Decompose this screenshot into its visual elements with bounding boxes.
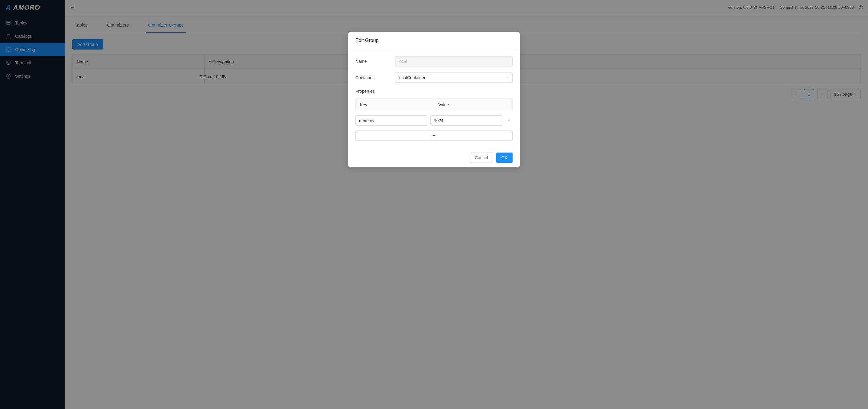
props-col-key: Key — [356, 99, 434, 111]
property-value-input[interactable] — [430, 116, 502, 126]
edit-group-modal: Edit Group Name Container Properties Key — [348, 32, 520, 167]
modal-overlay[interactable]: Edit Group Name Container Properties Key — [0, 0, 868, 409]
modal-footer: Cancel OK — [348, 148, 520, 167]
ok-button[interactable]: OK — [496, 153, 513, 163]
modal-title: Edit Group — [348, 32, 520, 49]
props-col-value: Value — [434, 99, 513, 111]
name-input — [395, 56, 513, 66]
property-key-input[interactable] — [355, 116, 427, 126]
cancel-button[interactable]: Cancel — [470, 153, 493, 163]
property-row — [355, 111, 513, 126]
modal-body: Name Container Properties Key Value — [348, 49, 520, 148]
close-icon — [507, 118, 511, 122]
label-properties: Properties — [355, 89, 513, 94]
container-select[interactable] — [395, 72, 513, 83]
add-property-button[interactable]: + — [355, 130, 513, 141]
label-container: Container — [355, 75, 395, 80]
label-name: Name — [355, 59, 395, 64]
properties-table: Key Value — [355, 98, 513, 111]
remove-property-button[interactable] — [505, 118, 513, 123]
